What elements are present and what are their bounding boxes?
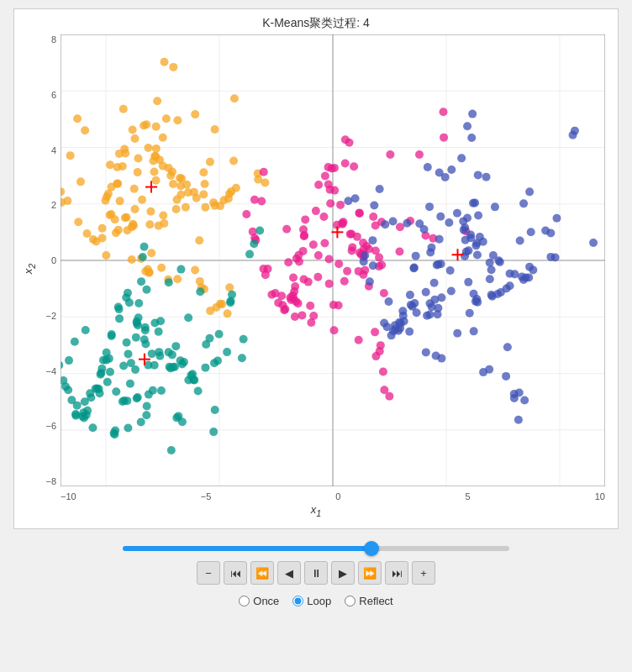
step-forward-fast-button[interactable]: ⏩ — [358, 561, 382, 585]
increase-button[interactable]: + — [412, 561, 435, 585]
pause-button[interactable]: ⏸ — [304, 561, 328, 585]
reflect-label: Reflect — [359, 595, 392, 607]
loop-option[interactable]: Loop — [292, 595, 331, 607]
chart-title: K-Means聚类过程: 4 — [14, 9, 618, 31]
y-axis-ticks: 8 6 4 2 0 −2 −4 −6 −8 — [38, 34, 56, 486]
loop-radio[interactable] — [292, 596, 303, 606]
controls-area: − ⏮ ⏪ ◀ ⏸ ▶ ⏩ ⏭ + Once Loop Reflect — [13, 546, 619, 607]
y-axis-label: x2 — [22, 264, 37, 275]
step-back-fast-button[interactable]: ⏪ — [250, 561, 274, 585]
skip-to-end-button[interactable]: ⏭ — [385, 561, 408, 585]
chart-area: K-Means聚类过程: 4 x2 x1 8 6 4 2 0 −2 −4 −6 … — [13, 8, 619, 529]
reflect-radio[interactable] — [345, 596, 356, 606]
scatter-canvas — [61, 34, 605, 486]
x-axis-ticks: −10 −5 0 5 10 — [61, 491, 605, 501]
skip-to-start-button[interactable]: ⏮ — [224, 561, 247, 585]
once-radio[interactable] — [239, 596, 250, 606]
playback-controls: − ⏮ ⏪ ◀ ⏸ ▶ ⏩ ⏭ + — [197, 561, 435, 585]
plot-region — [61, 34, 605, 486]
loop-controls: Once Loop Reflect — [239, 595, 392, 607]
once-label: Once — [253, 595, 279, 607]
x-axis-label: x1 — [311, 503, 322, 518]
play-button[interactable]: ▶ — [331, 561, 355, 585]
progress-slider[interactable] — [123, 546, 509, 551]
loop-label: Loop — [307, 595, 331, 607]
main-container: K-Means聚类过程: 4 x2 x1 8 6 4 2 0 −2 −4 −6 … — [0, 0, 632, 672]
slider-container — [123, 546, 509, 551]
decrease-button[interactable]: − — [197, 561, 220, 585]
reflect-option[interactable]: Reflect — [345, 595, 392, 607]
once-option[interactable]: Once — [239, 595, 279, 607]
step-back-button[interactable]: ◀ — [277, 561, 301, 585]
